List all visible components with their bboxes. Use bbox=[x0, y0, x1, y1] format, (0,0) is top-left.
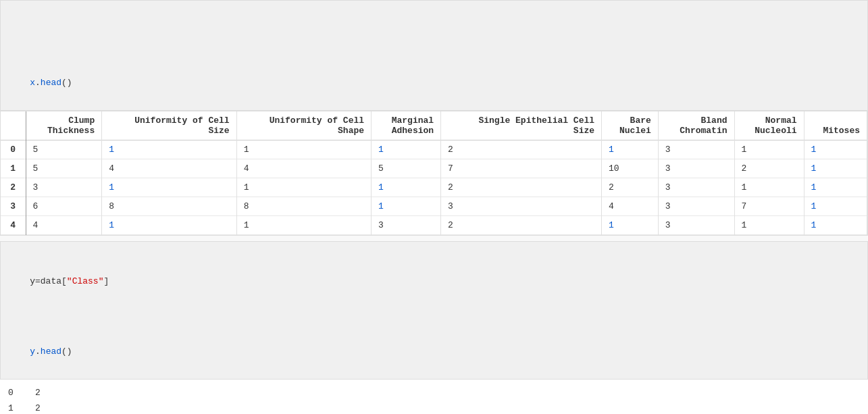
table-cell-uniformity_size: 1 bbox=[102, 178, 236, 197]
data-table: ClumpThickness Uniformity of CellSize Un… bbox=[0, 111, 868, 236]
table-cell-marginal: 1 bbox=[372, 178, 441, 197]
table-row: 3688134371 bbox=[1, 197, 867, 215]
table-row: 0511121311 bbox=[1, 140, 867, 159]
table-cell-mitoses: 1 bbox=[804, 215, 867, 234]
table-cell-bland: 3 bbox=[658, 178, 734, 197]
table-header-mitoses: Mitoses bbox=[804, 111, 867, 140]
table-cell-clump: 5 bbox=[26, 159, 102, 178]
table-cell-clump: 3 bbox=[26, 178, 102, 197]
table-cell-single_epithelial: 2 bbox=[441, 215, 602, 234]
table-header-single-epithelial: Single Epithelial CellSize bbox=[441, 111, 602, 140]
table-header-uniformity-size: Uniformity of CellSize bbox=[102, 111, 236, 140]
table-cell-single_epithelial: 2 bbox=[441, 178, 602, 197]
table-cell-normal_nucleoli: 1 bbox=[734, 178, 804, 197]
table-cell-normal_nucleoli: 2 bbox=[734, 159, 804, 178]
table-cell-single_epithelial: 3 bbox=[441, 197, 602, 215]
table-header-index bbox=[1, 111, 26, 140]
output-index: 0 bbox=[8, 385, 22, 400]
output-index: 1 bbox=[8, 400, 22, 414]
code-method-1: x bbox=[30, 78, 35, 88]
table-cell-mitoses: 1 bbox=[804, 140, 867, 159]
code-block-2: y=data["Class"] y.head() bbox=[0, 241, 868, 380]
table-header-uniformity-shape: Uniformity of CellShape bbox=[236, 111, 371, 140]
table-cell-uniformity_shape: 8 bbox=[236, 197, 371, 215]
table-header-clump: ClumpThickness bbox=[26, 111, 102, 140]
output-block: 0212223242Name: Class, dtype: int64 bbox=[0, 380, 868, 414]
table-cell-bare_nuclei: 1 bbox=[602, 140, 659, 159]
table-cell-bare_nuclei: 4 bbox=[602, 197, 659, 215]
table-cell-uniformity_size: 1 bbox=[102, 215, 236, 234]
table-cell-uniformity_size: 4 bbox=[102, 159, 236, 178]
table-cell-mitoses: 1 bbox=[804, 197, 867, 215]
table-header-row: ClumpThickness Uniformity of CellSize Un… bbox=[1, 111, 867, 140]
table-cell-index: 1 bbox=[1, 159, 26, 178]
code-line-3: y=data["Class"] bbox=[9, 276, 109, 301]
table-cell-uniformity_shape: 1 bbox=[236, 140, 371, 159]
table-cell-mitoses: 1 bbox=[804, 178, 867, 197]
table-cell-uniformity_size: 1 bbox=[102, 140, 236, 159]
table-cell-marginal: 3 bbox=[372, 215, 441, 234]
code-block-1: x.head() bbox=[0, 0, 868, 111]
table-cell-bare_nuclei: 1 bbox=[602, 215, 659, 234]
table-cell-marginal: 1 bbox=[372, 140, 441, 159]
table-cell-index: 2 bbox=[1, 178, 26, 197]
table-cell-single_epithelial: 7 bbox=[441, 159, 602, 178]
table-row: 4411321311 bbox=[1, 215, 867, 234]
table-cell-single_epithelial: 2 bbox=[441, 140, 602, 159]
table-row: 15445710321 bbox=[1, 159, 867, 178]
table-cell-uniformity_shape: 1 bbox=[236, 178, 371, 197]
table-cell-clump: 5 bbox=[26, 140, 102, 159]
table-cell-normal_nucleoli: 1 bbox=[734, 215, 804, 234]
code-line-2: x.head() bbox=[9, 78, 72, 102]
output-line: 12 bbox=[8, 400, 860, 414]
output-value: 2 bbox=[35, 385, 41, 400]
table-cell-clump: 4 bbox=[26, 215, 102, 234]
table-cell-uniformity_shape: 4 bbox=[236, 159, 371, 178]
code-func-1: head bbox=[41, 78, 61, 88]
table-header-bland: BlandChromatin bbox=[658, 111, 734, 140]
table-cell-bare_nuclei: 10 bbox=[602, 159, 659, 178]
table-header-normal-nucleoli: NormalNucleoli bbox=[734, 111, 804, 140]
table-cell-normal_nucleoli: 1 bbox=[734, 140, 804, 159]
table-row: 2311122311 bbox=[1, 178, 867, 197]
table-header-bare-nuclei: BareNuclei bbox=[602, 111, 659, 140]
table-cell-uniformity_size: 8 bbox=[102, 197, 236, 215]
table-cell-bland: 3 bbox=[658, 140, 734, 159]
table-cell-index: 0 bbox=[1, 140, 26, 159]
table-cell-bland: 3 bbox=[658, 197, 734, 215]
table-cell-index: 4 bbox=[1, 215, 26, 234]
code-line-4: y.head() bbox=[9, 346, 72, 371]
table-cell-clump: 6 bbox=[26, 197, 102, 215]
output-value: 2 bbox=[35, 400, 41, 414]
table-cell-index: 3 bbox=[1, 197, 26, 215]
table-cell-marginal: 1 bbox=[372, 197, 441, 215]
table-header-marginal: MarginalAdhesion bbox=[372, 111, 441, 140]
table-cell-bland: 3 bbox=[658, 159, 734, 178]
output-line: 02 bbox=[8, 385, 860, 400]
table-cell-bland: 3 bbox=[658, 215, 734, 234]
table-cell-mitoses: 1 bbox=[804, 159, 867, 178]
table-cell-bare_nuclei: 2 bbox=[602, 178, 659, 197]
table-cell-marginal: 5 bbox=[372, 159, 441, 178]
table-cell-normal_nucleoli: 7 bbox=[734, 197, 804, 215]
table-cell-uniformity_shape: 1 bbox=[236, 215, 371, 234]
